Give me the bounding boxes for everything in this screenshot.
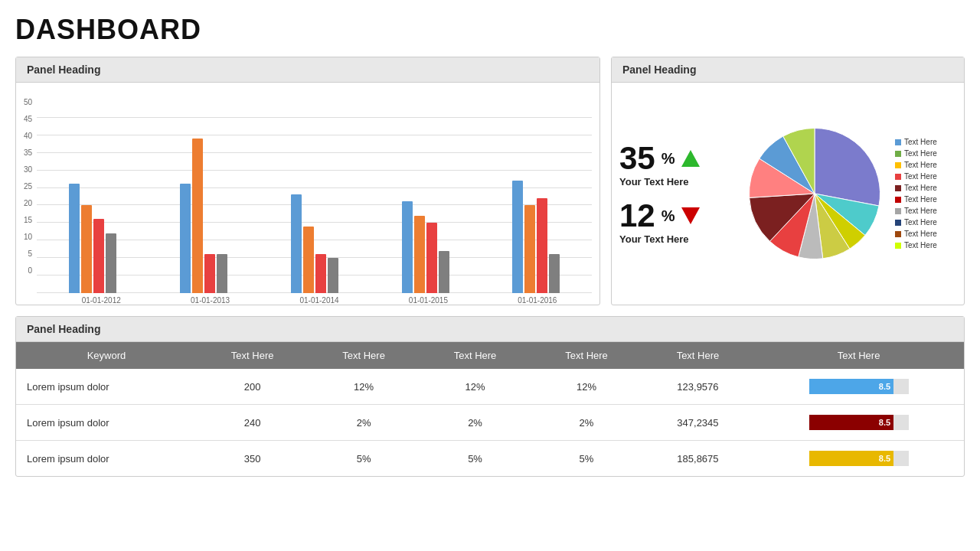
stats-section: 35% Your Text Here 12% Your Text Here bbox=[619, 142, 734, 245]
table-cell: Lorem ipsum dolor bbox=[16, 405, 197, 441]
legend-color-dot bbox=[895, 231, 901, 237]
table-cell: 2% bbox=[420, 405, 531, 441]
table-cell: 5% bbox=[531, 441, 642, 477]
y-label: 5 bbox=[28, 250, 33, 258]
table-header-cell: Text Here bbox=[753, 342, 964, 369]
bar bbox=[303, 227, 314, 293]
stat-big-2: 12 bbox=[619, 200, 655, 232]
table-panel-heading: Panel Heading bbox=[16, 317, 964, 342]
legend-item: Text Here bbox=[895, 195, 956, 204]
x-label: 01-01-2016 bbox=[483, 296, 592, 305]
pie-chart-panel-heading: Panel Heading bbox=[612, 57, 964, 83]
bars-area bbox=[37, 117, 592, 293]
y-label: 25 bbox=[24, 183, 32, 191]
legend-label: Text Here bbox=[904, 138, 937, 146]
x-label: 01-01-2014 bbox=[265, 296, 374, 305]
stat-block-1: 35% Your Text Here bbox=[619, 142, 734, 187]
table-progress-cell: 8.5 bbox=[753, 441, 964, 477]
legend-item: Text Here bbox=[895, 172, 956, 181]
table-cell: 2% bbox=[531, 405, 642, 441]
y-label: 45 bbox=[24, 116, 32, 123]
legend-color-dot bbox=[895, 162, 901, 168]
progress-bar-fill: 8.5 bbox=[809, 451, 894, 466]
legend-color-dot bbox=[895, 243, 901, 249]
bar bbox=[537, 198, 547, 293]
bar bbox=[402, 201, 413, 293]
bar-group bbox=[370, 201, 481, 293]
table-cell: 347,2345 bbox=[642, 405, 753, 441]
table-row: Lorem ipsum dolor3505%5%5%185,86758.5 bbox=[16, 441, 964, 477]
stat-label-1: Your Text Here bbox=[619, 176, 734, 187]
table-cell: Lorem ipsum dolor bbox=[16, 441, 197, 477]
dashboard-title: DASHBOARD bbox=[15, 14, 965, 46]
legend-label: Text Here bbox=[904, 241, 937, 249]
bar-group bbox=[481, 181, 592, 293]
pie-chart-panel: Panel Heading 35% Your Text Here 12% You bbox=[611, 57, 965, 305]
y-label: 50 bbox=[24, 99, 32, 106]
table-header-cell: Text Here bbox=[531, 342, 642, 369]
table-header-cell: Text Here bbox=[642, 342, 753, 369]
table-panel-body: KeywordText HereText HereText HereText H… bbox=[16, 342, 964, 476]
legend-item: Text Here bbox=[895, 149, 956, 158]
table-cell: 12% bbox=[308, 369, 419, 405]
legend-color-dot bbox=[895, 197, 901, 203]
y-label: 35 bbox=[24, 149, 32, 157]
bar-group bbox=[148, 139, 259, 293]
legend-label: Text Here bbox=[904, 207, 937, 215]
table-cell: 2% bbox=[308, 405, 419, 441]
bar bbox=[439, 251, 449, 293]
legend-label: Text Here bbox=[904, 149, 937, 158]
bar bbox=[315, 254, 326, 293]
legend-label: Text Here bbox=[904, 230, 937, 238]
x-label: 01-01-2013 bbox=[155, 296, 264, 305]
table-row: Lorem ipsum dolor20012%12%12%123,95768.5 bbox=[16, 369, 964, 405]
pie-svg-section bbox=[742, 121, 887, 266]
table-cell: 123,9576 bbox=[642, 369, 753, 405]
table-cell: 5% bbox=[308, 441, 419, 477]
progress-bar-fill: 8.5 bbox=[809, 379, 894, 394]
table-header-cell: Keyword bbox=[16, 342, 197, 369]
x-label: 01-01-2015 bbox=[374, 296, 482, 305]
bar-group bbox=[37, 184, 148, 293]
bar bbox=[549, 254, 560, 293]
legend-label: Text Here bbox=[904, 195, 937, 204]
bar bbox=[81, 205, 92, 293]
legend-item: Text Here bbox=[895, 138, 956, 146]
bar-chart-panel-heading: Panel Heading bbox=[16, 57, 599, 83]
stat-pct-2: % bbox=[662, 207, 675, 225]
bar bbox=[328, 258, 338, 293]
bar bbox=[204, 254, 215, 293]
table-progress-cell: 8.5 bbox=[753, 405, 964, 441]
legend-label: Text Here bbox=[904, 172, 937, 181]
bar-chart-panel: Panel Heading 50 45 40 35 30 25 20 15 10 bbox=[15, 57, 600, 305]
legend-item: Text Here bbox=[895, 207, 956, 215]
stat-block-2: 12% Your Text Here bbox=[619, 200, 734, 245]
legend-label: Text Here bbox=[904, 218, 937, 227]
legend-item: Text Here bbox=[895, 230, 956, 238]
pie-slice bbox=[815, 129, 880, 207]
bar-chart-container: 50 45 40 35 30 25 20 15 10 5 0 bbox=[16, 83, 599, 305]
progress-bar-fill: 8.5 bbox=[809, 415, 894, 430]
legend-item: Text Here bbox=[895, 161, 956, 169]
legend-label: Text Here bbox=[904, 161, 937, 169]
stat-label-2: Your Text Here bbox=[619, 233, 734, 245]
stat-pct-1: % bbox=[662, 150, 675, 168]
bar bbox=[69, 184, 80, 293]
table-header-cell: Text Here bbox=[420, 342, 531, 369]
legend-color-dot bbox=[895, 220, 901, 226]
legend-color-dot bbox=[895, 151, 901, 157]
y-label: 0 bbox=[28, 267, 33, 275]
stat-big-1: 35 bbox=[619, 142, 655, 174]
pie-chart-panel-body: 35% Your Text Here 12% Your Text Here bbox=[612, 83, 964, 305]
bar bbox=[106, 233, 116, 293]
table-panel: Panel Heading KeywordText HereText HereT… bbox=[15, 316, 965, 477]
table-header-cell: Text Here bbox=[308, 342, 419, 369]
legend-color-dot bbox=[895, 208, 901, 214]
arrow-down-icon bbox=[681, 207, 700, 224]
top-row: Panel Heading 50 45 40 35 30 25 20 15 10 bbox=[15, 57, 965, 305]
y-label: 15 bbox=[24, 217, 32, 224]
legend-section: Text HereText HereText HereText HereText… bbox=[895, 138, 956, 249]
y-label: 40 bbox=[24, 132, 32, 140]
bar bbox=[512, 181, 523, 293]
pie-chart-svg bbox=[742, 121, 887, 266]
